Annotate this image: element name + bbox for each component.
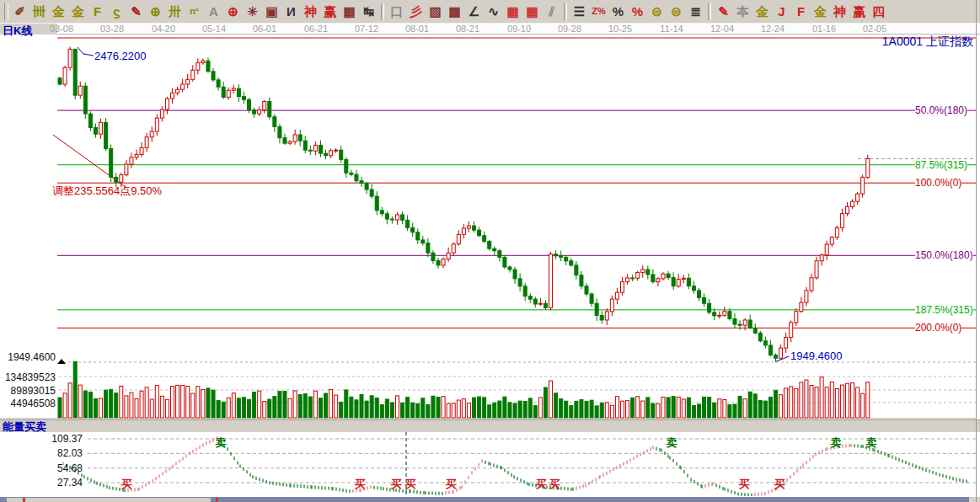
date-tick-label: 05-14 [195,24,233,34]
oscillator-axis-label: 82.03 [0,447,83,459]
sell-signal-marker: 卖 [216,435,227,451]
fib-level-label: 150.0%(180) [915,249,973,261]
scrollbar-tick [23,498,25,502]
toolbar-button-gold-circle-a[interactable]: ⊜ [648,3,666,21]
toolbar-button-shaded-box[interactable]: ▩ [446,3,463,21]
window-right-border [976,0,977,502]
toolbar-button-parallel-lines[interactable]: ⫽ [543,3,560,21]
toolbar-button-angle-line[interactable]: A [205,3,222,21]
buy-signal-marker: 买 [536,477,547,492]
oscillator-axis-label: 54.68 [0,462,83,474]
toolbar-button-si-angle[interactable]: 四 [870,3,887,21]
toolbar-button-width-measure[interactable]: ↹ [360,3,378,21]
date-axis-rule [57,34,980,35]
toolbar-button-golden-section[interactable]: 金 [50,3,67,21]
toolbar-button-grid-arrow[interactable]: ▦ [523,3,541,21]
toolbar-button-star-lines[interactable]: ✳ [244,3,261,21]
toolbar-button-win-angle[interactable]: 赢 [850,3,868,21]
toolbar-button-shen-angle[interactable]: 神 [831,3,849,21]
indicator-strip [0,419,980,432]
toolbar-button-win-tool[interactable]: 赢 [321,3,339,21]
symbol-label: 1A0001 上证指数 [882,35,973,50]
date-tick-label: 03-28 [94,24,131,34]
toolbar-button-ruler-lines[interactable]: ≣ [687,3,704,21]
toolbar-button-j-angle[interactable]: J [773,3,790,21]
date-tick-label: 06-01 [246,24,283,34]
scrollbar-thumb[interactable] [7,498,211,502]
buy-signal-marker: 买 [774,477,785,492]
date-tick-label: 08-01 [399,24,436,34]
toolbar-button-pencil-chart[interactable]: ✎ [127,3,145,21]
toolbar-grip [4,3,8,20]
date-tick-label: 03-08 [43,24,80,34]
toolbar-button-gold-circle-b[interactable]: ⊜ [667,3,685,21]
toolbar-separator [381,3,384,20]
toolbar-button-box-dark[interactable]: ▣ [263,3,281,21]
buy-signal-marker: 买 [355,477,366,492]
toolbar-button-cloth-tool[interactable]: 夲 [734,3,752,21]
toolbar-button-pencil-red[interactable]: ✎ [715,3,732,21]
toolbar-button-percent-line[interactable]: % [629,3,646,21]
toolbar-button-circle-arc[interactable]: ⊕ [147,3,164,21]
horizontal-scrollbar[interactable] [0,496,980,502]
date-tick-label: 09-28 [551,24,588,34]
sell-signal-marker: 卖 [866,435,877,451]
date-tick-label: 01-16 [806,24,843,34]
buy-signal-marker: 买 [121,477,132,492]
toolbar-button-f-angle[interactable]: F [792,3,810,21]
toolbar-button-fibonacci-levels[interactable]: F [88,3,106,21]
sell-signal-marker: 卖 [831,435,842,451]
toolbar-button-box-range[interactable]: 口 [388,3,405,21]
toolbar-button-ratio-lines[interactable]: 卅 [166,3,184,21]
toolbar-button-percent[interactable]: % [609,3,627,21]
date-tick-label: 11-14 [653,24,690,34]
toolbar-button-gold-angle[interactable]: 金 [811,3,829,21]
fib-level-label: 50.0%(180) [915,104,967,116]
date-tick-label: 06-21 [297,24,335,34]
toolbar-button-gold-underline[interactable]: 金 [753,3,771,21]
date-tick-label: 09-10 [501,24,538,34]
toolbar-button-brush-tool[interactable]: ✐ [11,3,29,21]
date-tick-label: 12-24 [754,24,791,34]
fib-level-label: 187.5%(315) [915,304,973,316]
toolbar-button-spiral-tool[interactable]: ϛ [108,3,126,21]
date-tick-label: 04-20 [145,24,182,34]
toolbar-separator [564,3,567,20]
buy-signal-marker: 买 [405,477,416,492]
buy-signal-marker: 买 [446,477,457,492]
date-tick-label: 02-05 [856,24,893,34]
fib-level-label: 100.0%(0) [915,177,961,189]
oscillator-axis-label: 27.34 [0,477,83,489]
scrollbar-tick [216,498,218,502]
toolbar-button-zigzag-tool[interactable]: ∿ [485,3,502,21]
toolbar-button-wave-lines[interactable]: И [282,3,300,21]
toolbar-button-price-list[interactable]: ☰ [570,3,588,21]
scrollbar-corner [969,497,980,502]
high-price-annotation: 2476.2200 [94,50,146,62]
volume-price-marker-label: 1949.4600 [0,351,56,363]
toolbar-button-price-grid[interactable]: ▦ [340,3,358,21]
volume-axis-label: 89893015 [0,385,56,397]
toolbar-button-fan-lines[interactable]: 彡 [407,3,425,21]
main-pane-title: 日K线 [3,24,32,39]
buy-signal-marker: 买 [391,477,402,492]
drawing-toolbar: ✐卌金金Fϛ✎⊕卅n²A⊕✳▣И神赢▦↹口彡▨▩∠∿▦▦⫽☰Z%%%⊜⊜≣✎夲金… [0,0,980,24]
toolbar-button-grid-red[interactable]: ▦ [504,3,522,21]
oscillator-axis-label: 109.37 [0,433,83,445]
toolbar-button-n-squared[interactable]: n² [185,3,203,21]
toolbar-button-golden-ratio[interactable]: 金 [69,3,87,21]
volume-axis-label: 134839523 [0,371,56,383]
toolbar-button-shen-tool[interactable]: 神 [302,3,319,21]
buy-signal-marker: 买 [739,477,750,492]
date-tick-label: 07-12 [348,24,385,34]
sell-signal-marker: 卖 [667,435,677,451]
toolbar-button-angle-fan[interactable]: ∠ [465,3,483,21]
toolbar-button-gann-grid[interactable]: 卌 [30,3,48,21]
date-tick-label: 08-21 [449,24,486,34]
toolbar-button-crosshair-circle[interactable]: ⊕ [224,3,242,21]
toolbar-button-speed-resistance[interactable]: ▨ [426,3,444,21]
low-price-annotation: 1949.4600 [790,350,842,362]
retracement-annotation: 调整235.5564点9.50% [52,184,162,199]
date-tick-label: 12-04 [704,24,741,34]
toolbar-button-percent-change[interactable]: Z% [590,3,608,21]
